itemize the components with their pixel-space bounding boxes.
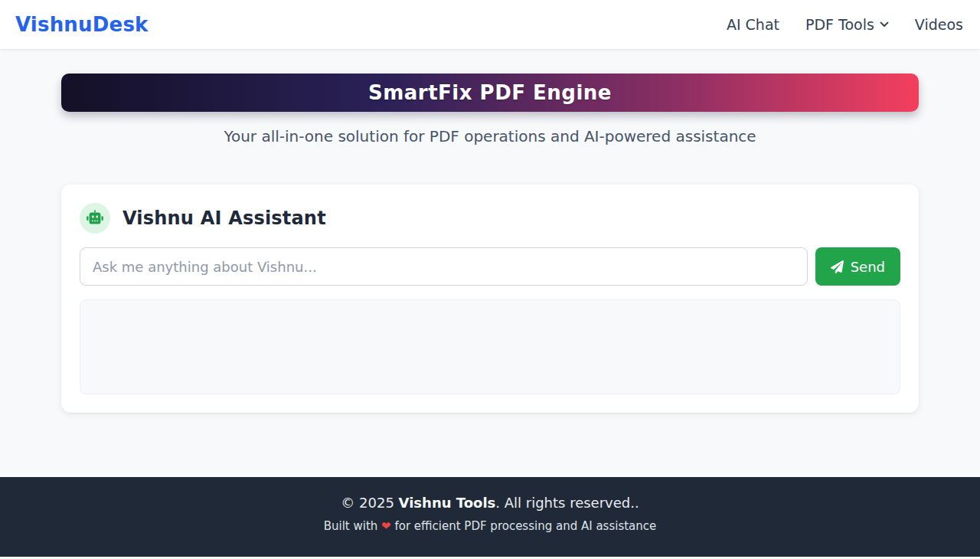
chevron-down-icon: [880, 21, 889, 28]
copyright-prefix: © 2025: [341, 495, 398, 511]
built-prefix: Built with: [324, 519, 381, 533]
robot-icon: [80, 203, 110, 234]
nav-item-label: PDF Tools: [805, 16, 874, 33]
main-content: SmartFix PDF Engine Your all-in-one solu…: [0, 49, 980, 477]
page: VishnuDesk AI Chat PDF Tools Videos Smar…: [0, 0, 980, 559]
nav-links: AI Chat PDF Tools Videos: [727, 16, 965, 33]
heart-icon: ❤: [381, 519, 391, 533]
nav-item-pdf-tools[interactable]: PDF Tools: [805, 16, 889, 33]
hero-banner: SmartFix PDF Engine: [61, 74, 919, 112]
paper-plane-icon: [831, 260, 844, 273]
copyright-brand: Vishnu Tools: [399, 495, 496, 511]
built-suffix: for efficient PDF processing and AI assi…: [391, 519, 657, 533]
nav-item-videos[interactable]: Videos: [915, 16, 963, 33]
navbar: VishnuDesk AI Chat PDF Tools Videos: [0, 0, 980, 49]
nav-item-ai-chat[interactable]: AI Chat: [727, 16, 779, 33]
hero-banner-title: SmartFix PDF Engine: [368, 81, 612, 104]
built-with-text: Built with ❤ for efficient PDF processin…: [324, 519, 657, 533]
nav-item-label: AI Chat: [727, 16, 779, 33]
assistant-card-header: Vishnu AI Assistant: [80, 203, 900, 234]
nav-item-label: Videos: [915, 16, 963, 33]
footer: © 2025 Vishnu Tools. All rights reserved…: [0, 477, 980, 557]
chat-input-row: Send: [80, 247, 900, 286]
send-button-label: Send: [851, 259, 885, 275]
chat-input[interactable]: [80, 247, 808, 286]
send-button[interactable]: Send: [815, 247, 900, 286]
copyright-text: © 2025 Vishnu Tools. All rights reserved…: [341, 495, 639, 511]
chat-messages-area[interactable]: [80, 299, 900, 394]
brand-logo[interactable]: VishnuDesk: [15, 13, 149, 36]
copyright-suffix: . All rights reserved..: [495, 495, 639, 511]
hero-subtitle: Your all-in-one solution for PDF operati…: [61, 127, 919, 145]
assistant-title: Vishnu AI Assistant: [122, 208, 326, 229]
ai-assistant-card: Vishnu AI Assistant Send: [61, 185, 919, 413]
